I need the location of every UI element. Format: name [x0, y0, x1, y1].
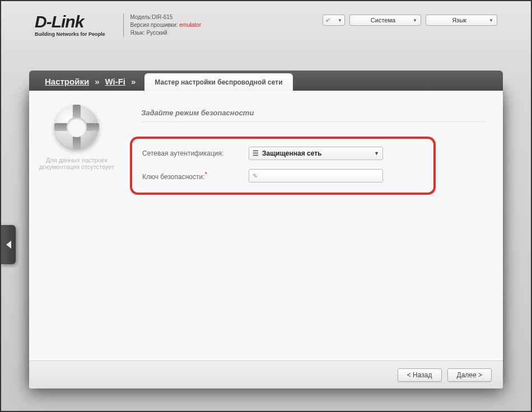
- triangle-left-icon: [6, 241, 11, 249]
- login-dropdown[interactable]: ▼: [323, 15, 345, 26]
- help-text: Для данных настроек документация отсутст…: [36, 157, 118, 170]
- key-icon: [325, 17, 330, 24]
- logo-text: D-Link: [35, 13, 105, 30]
- next-button[interactable]: Далее >: [447, 368, 492, 382]
- highlighted-form-region: Сетевая аутентификация: ☰ Защищенная сет…: [130, 137, 436, 195]
- language-dropdown[interactable]: Язык ▼: [426, 15, 497, 26]
- back-button[interactable]: < Назад: [398, 368, 442, 382]
- device-info: Модель:DIR-615 Версия прошивки: emulator…: [130, 13, 201, 37]
- auth-label: Сетевая аутентификация:: [142, 149, 249, 157]
- security-key-input[interactable]: [261, 172, 379, 180]
- chevron-down-icon: ▼: [374, 151, 379, 156]
- auth-select[interactable]: ☰ Защищенная сеть ▼: [249, 147, 383, 160]
- expand-handle[interactable]: [1, 225, 16, 264]
- key-label: Ключ безопасности:*: [142, 171, 249, 181]
- auth-selected-value: Защищенная сеть: [262, 149, 321, 157]
- pencil-icon: ✎: [253, 172, 258, 180]
- model-label: Модель:: [130, 14, 152, 20]
- breadcrumb-sep: »: [128, 72, 139, 91]
- required-mark: *: [205, 171, 207, 177]
- lang-value: Русский: [146, 30, 167, 36]
- brand-logo: D-Link Building Networks for People: [35, 13, 105, 37]
- system-dropdown[interactable]: Система ▼: [349, 15, 421, 26]
- divider: [123, 13, 124, 37]
- security-key-field-wrap[interactable]: ✎: [249, 169, 383, 182]
- help-sidebar: Для данных настроек документация отсутст…: [29, 91, 124, 360]
- language-label: Язык: [452, 17, 466, 24]
- system-label: Система: [371, 17, 395, 24]
- breadcrumb-root[interactable]: Настройки: [43, 72, 91, 91]
- fw-link[interactable]: emulator: [179, 22, 201, 28]
- breadcrumb-sep: »: [91, 72, 102, 91]
- footer-bar: < Назад Далее >: [29, 360, 503, 388]
- fw-label: Версия прошивки:: [130, 22, 178, 28]
- section-title: Задайте режим безопасности: [141, 109, 486, 122]
- lang-label: Язык:: [130, 30, 145, 36]
- logo-tagline: Building Networks for People: [35, 31, 105, 37]
- chevron-down-icon: ▼: [338, 18, 342, 23]
- list-icon: ☰: [253, 149, 259, 157]
- life-ring-icon: [55, 105, 99, 149]
- key-label-text: Ключ безопасности:: [142, 173, 205, 181]
- tab-strip: Настройки » Wi-Fi » Мастер настройки бес…: [29, 71, 503, 91]
- chevron-down-icon: ▼: [489, 18, 493, 23]
- breadcrumb-section[interactable]: Wi-Fi: [102, 72, 128, 91]
- model-value: DIR-615: [152, 14, 172, 20]
- tab-wizard[interactable]: Мастер настройки беспроводной сети: [144, 73, 292, 91]
- chevron-down-icon: ▼: [413, 18, 417, 23]
